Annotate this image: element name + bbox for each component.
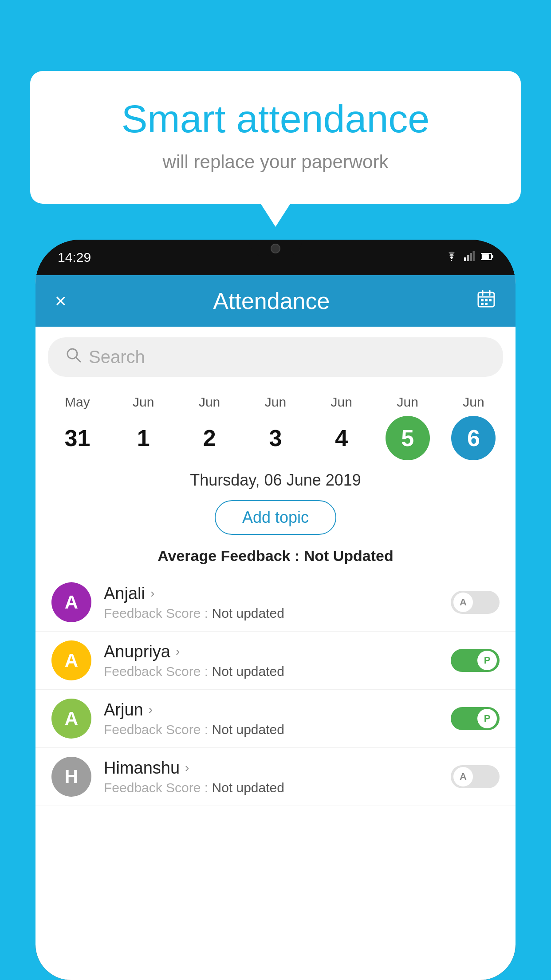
status-bar: 14:29 <box>35 240 516 275</box>
student-info: Anupriya›Feedback Score : Not updated <box>104 642 438 679</box>
cal-date-number: 1 <box>121 416 165 460</box>
svg-rect-1 <box>467 255 469 261</box>
avatar: A <box>51 640 91 680</box>
cal-date-number: 6 <box>451 416 496 460</box>
cal-date-number: 2 <box>187 416 232 460</box>
student-feedback: Feedback Score : Not updated <box>104 606 438 621</box>
calendar-icon[interactable] <box>476 289 496 313</box>
selected-date-label: Thursday, 06 June 2019 <box>35 460 516 497</box>
svg-rect-14 <box>481 303 484 305</box>
front-camera <box>271 244 280 253</box>
cal-date-number: 3 <box>253 416 298 460</box>
list-item[interactable]: AAnjali›Feedback Score : Not updatedA <box>35 573 516 632</box>
svg-rect-6 <box>492 255 493 258</box>
svg-line-17 <box>76 357 80 362</box>
calendar-day[interactable]: Jun5 <box>381 395 434 460</box>
cal-month-label: May <box>65 395 90 410</box>
svg-rect-12 <box>485 299 488 301</box>
student-feedback: Feedback Score : Not updated <box>104 780 438 795</box>
calendar-day[interactable]: Jun3 <box>249 395 302 460</box>
list-item[interactable]: AArjun›Feedback Score : Not updatedP <box>35 690 516 748</box>
wifi-icon <box>445 251 458 264</box>
status-icons <box>445 251 493 264</box>
status-time: 14:29 <box>58 250 91 265</box>
subheadline: will replace your paperwork <box>66 151 485 173</box>
signal-icon <box>464 251 475 264</box>
phone-notch <box>249 240 302 257</box>
speech-bubble: Smart attendance will replace your paper… <box>30 71 521 204</box>
app-content: × Attendance <box>35 275 516 980</box>
svg-rect-2 <box>470 253 472 261</box>
calendar-day[interactable]: Jun2 <box>183 395 236 460</box>
list-item[interactable]: AAnupriya›Feedback Score : Not updatedP <box>35 632 516 690</box>
toggle-switch[interactable]: A <box>451 765 500 788</box>
cal-month-label: Jun <box>331 395 352 410</box>
headline: Smart attendance <box>66 98 485 141</box>
toggle-knob: A <box>453 767 473 786</box>
search-icon <box>66 347 82 367</box>
attendance-toggle[interactable]: A <box>451 765 500 788</box>
app-header: × Attendance <box>35 275 516 327</box>
calendar-day[interactable]: Jun6 <box>447 395 500 460</box>
speech-bubble-container: Smart attendance will replace your paper… <box>30 71 521 204</box>
avatar: H <box>51 757 91 797</box>
svg-rect-15 <box>485 303 488 305</box>
toggle-switch[interactable]: P <box>451 649 500 672</box>
toggle-switch[interactable]: A <box>451 591 500 614</box>
student-list: AAnjali›Feedback Score : Not updatedAAAn… <box>35 573 516 980</box>
svg-rect-13 <box>489 299 492 301</box>
avg-feedback: Average Feedback : Not Updated <box>35 544 516 573</box>
student-info: Anjali›Feedback Score : Not updated <box>104 584 438 621</box>
cal-month-label: Jun <box>265 395 286 410</box>
calendar-strip: May31Jun1Jun2Jun3Jun4Jun5Jun6 <box>35 387 516 460</box>
battery-icon <box>481 252 493 263</box>
app-title: Attendance <box>213 288 330 314</box>
calendar-day[interactable]: Jun4 <box>315 395 368 460</box>
calendar-day[interactable]: May31 <box>51 395 104 460</box>
chevron-right-icon: › <box>149 703 153 717</box>
cal-month-label: Jun <box>199 395 220 410</box>
toggle-knob: P <box>477 651 497 670</box>
cal-month-label: Jun <box>397 395 418 410</box>
student-name: Anupriya› <box>104 642 438 661</box>
student-name: Anjali› <box>104 584 438 603</box>
chevron-right-icon: › <box>185 761 189 775</box>
list-item[interactable]: HHimanshu›Feedback Score : Not updatedA <box>35 748 516 806</box>
phone-frame: 14:29 <box>35 240 516 980</box>
add-topic-button[interactable]: Add topic <box>215 500 336 535</box>
svg-rect-3 <box>473 251 475 261</box>
cal-date-number: 5 <box>386 416 430 460</box>
toggle-knob: A <box>453 593 473 612</box>
student-name: Arjun› <box>104 700 438 719</box>
avatar: A <box>51 582 91 622</box>
student-feedback: Feedback Score : Not updated <box>104 664 438 679</box>
attendance-toggle[interactable]: A <box>451 591 500 614</box>
toggle-switch[interactable]: P <box>451 707 500 730</box>
attendance-toggle[interactable]: P <box>451 649 500 672</box>
calendar-day[interactable]: Jun1 <box>117 395 170 460</box>
cal-date-number: 4 <box>319 416 364 460</box>
chevron-right-icon: › <box>176 644 180 659</box>
close-button[interactable]: × <box>55 290 67 312</box>
student-info: Himanshu›Feedback Score : Not updated <box>104 759 438 795</box>
svg-rect-5 <box>482 254 489 259</box>
svg-rect-11 <box>481 299 484 301</box>
chevron-right-icon: › <box>150 586 154 601</box>
avatar: A <box>51 699 91 739</box>
add-topic-section: Add topic <box>35 497 516 544</box>
cal-date-number: 31 <box>55 416 99 460</box>
search-bar[interactable]: Search <box>48 337 503 377</box>
toggle-knob: P <box>477 709 497 728</box>
attendance-toggle[interactable]: P <box>451 707 500 730</box>
svg-rect-0 <box>464 257 466 261</box>
student-name: Himanshu› <box>104 759 438 778</box>
search-placeholder: Search <box>89 347 145 367</box>
cal-month-label: Jun <box>463 395 484 410</box>
student-feedback: Feedback Score : Not updated <box>104 722 438 737</box>
cal-month-label: Jun <box>133 395 154 410</box>
student-info: Arjun›Feedback Score : Not updated <box>104 700 438 737</box>
